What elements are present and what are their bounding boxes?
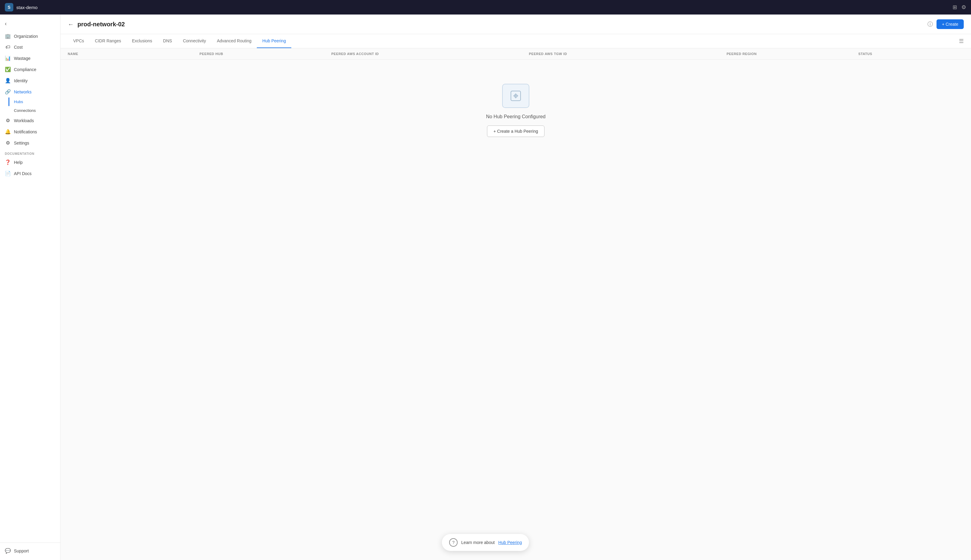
sidebar-item-label: Networks — [14, 90, 32, 94]
topbar-right: ⊞ ⚙ — [953, 4, 966, 11]
support-icon: 💬 — [5, 548, 11, 553]
create-hub-peering-button[interactable]: + Create a Hub Peering — [487, 125, 544, 137]
tab-vpcs[interactable]: VPCs — [68, 34, 90, 48]
table-header: NAME PEERED HUB PEERED AWS ACCOUNT ID PE… — [60, 48, 971, 60]
page-title: prod-network-02 — [77, 21, 125, 28]
sidebar-item-label: Organization — [14, 34, 38, 39]
sidebar-item-wastage[interactable]: 📊 Wastage — [0, 53, 60, 64]
list-view-icon[interactable]: ☰ — [959, 38, 964, 45]
compliance-icon: ✅ — [5, 67, 11, 72]
networks-icon: 🔗 — [5, 89, 11, 95]
sidebar-bottom: 💬 Support — [0, 542, 60, 557]
sidebar-back-button[interactable]: ‹ — [0, 18, 60, 30]
sub-item-label: Hubs — [14, 100, 23, 104]
sidebar-item-api-docs[interactable]: 📄 API Docs — [0, 168, 60, 179]
tab-advanced-routing[interactable]: Advanced Routing — [212, 34, 257, 48]
topbar-left: S stax-demo — [5, 3, 38, 12]
sidebar-sub-item-connections[interactable]: Connections — [0, 106, 60, 115]
col-status: STATUS — [858, 52, 964, 56]
sidebar-item-label: Wastage — [14, 56, 30, 61]
sidebar-item-support[interactable]: 💬 Support — [0, 545, 60, 557]
learn-more-link[interactable]: Hub Peering — [498, 540, 522, 545]
docs-section-label: DOCUMENTATION — [0, 148, 60, 157]
identity-icon: 👤 — [5, 78, 11, 83]
content-header: ← prod-network-02 ⓘ + Create — [60, 15, 971, 34]
col-peered-aws-tgw-id: PEERED AWS TGW ID — [529, 52, 727, 56]
wastage-icon: 📊 — [5, 55, 11, 61]
sidebar-item-label: Cost — [14, 45, 23, 50]
empty-state-icon — [502, 84, 529, 108]
question-icon: ? — [449, 538, 458, 547]
col-peered-hub: PEERED HUB — [200, 52, 332, 56]
sidebar-item-label: Support — [14, 548, 29, 553]
tab-dns[interactable]: DNS — [158, 34, 178, 48]
sidebar-item-label: Notifications — [14, 129, 37, 134]
content-area: ← prod-network-02 ⓘ + Create VPCs CIDR R… — [60, 15, 971, 560]
workloads-icon: ⚙ — [5, 118, 11, 123]
grid-icon[interactable]: ⊞ — [953, 4, 957, 11]
tab-exclusions[interactable]: Exclusions — [127, 34, 158, 48]
create-button[interactable]: + Create — [936, 19, 964, 29]
logo-letter: S — [8, 5, 10, 10]
topbar: S stax-demo ⊞ ⚙ — [0, 0, 971, 15]
tabs-bar: VPCs CIDR Ranges Exclusions DNS Connecti… — [60, 34, 971, 48]
content-header-left: ← prod-network-02 — [68, 21, 125, 28]
sidebar-item-organization[interactable]: 🏢 Organization — [0, 30, 60, 42]
sidebar-sub-item-hubs[interactable]: Hubs — [0, 97, 60, 106]
sidebar-item-label: API Docs — [14, 171, 32, 176]
col-name: NAME — [68, 52, 200, 56]
gear-icon[interactable]: ⚙ — [961, 4, 966, 11]
sidebar-item-identity[interactable]: 👤 Identity — [0, 75, 60, 86]
sidebar-sub-items: Hubs Connections — [0, 97, 60, 115]
sidebar: ‹ 🏢 Organization 🏷 Cost 📊 Wastage ✅ Comp… — [0, 15, 60, 560]
sidebar-item-cost[interactable]: 🏷 Cost — [0, 42, 60, 53]
empty-state-title: No Hub Peering Configured — [486, 114, 546, 120]
sidebar-item-label: Identity — [14, 78, 28, 83]
info-icon[interactable]: ⓘ — [928, 20, 933, 28]
notifications-icon: 🔔 — [5, 129, 11, 135]
sub-item-label: Connections — [14, 108, 36, 113]
sidebar-item-notifications[interactable]: 🔔 Notifications — [0, 126, 60, 137]
content-header-right: ⓘ + Create — [928, 19, 964, 29]
sidebar-item-label: Help — [14, 160, 23, 165]
sidebar-item-compliance[interactable]: ✅ Compliance — [0, 64, 60, 75]
tab-cidr-ranges[interactable]: CIDR Ranges — [90, 34, 127, 48]
main-layout: ‹ 🏢 Organization 🏷 Cost 📊 Wastage ✅ Comp… — [0, 15, 971, 560]
cost-icon: 🏷 — [5, 45, 11, 50]
col-peered-aws-account-id: PEERED AWS ACCOUNT ID — [331, 52, 529, 56]
sidebar-item-networks[interactable]: 🔗 Networks — [0, 86, 60, 97]
learn-more-prefix: Learn more about — [461, 540, 495, 545]
sidebar-item-label: Settings — [14, 141, 29, 145]
settings-icon: ⚙ — [5, 140, 11, 146]
help-icon: ❓ — [5, 159, 11, 165]
sidebar-item-label: Compliance — [14, 67, 36, 72]
app-logo: S — [5, 3, 13, 12]
tab-hub-peering[interactable]: Hub Peering — [257, 34, 291, 48]
api-docs-icon: 📄 — [5, 170, 11, 176]
app-name: stax-demo — [16, 5, 38, 10]
table-container: NAME PEERED HUB PEERED AWS ACCOUNT ID PE… — [60, 48, 971, 560]
tab-connectivity[interactable]: Connectivity — [178, 34, 212, 48]
empty-state: No Hub Peering Configured + Create a Hub… — [60, 60, 971, 161]
back-arrow-button[interactable]: ← — [68, 21, 74, 28]
sidebar-item-help[interactable]: ❓ Help — [0, 157, 60, 168]
learn-more-bar: ? Learn more about Hub Peering — [442, 534, 529, 551]
organization-icon: 🏢 — [5, 33, 11, 39]
sidebar-item-settings[interactable]: ⚙ Settings — [0, 137, 60, 148]
tabs-list: VPCs CIDR Ranges Exclusions DNS Connecti… — [68, 34, 291, 48]
sidebar-item-workloads[interactable]: ⚙ Workloads — [0, 115, 60, 126]
col-peered-region: PEERED REGION — [727, 52, 858, 56]
sidebar-item-label: Workloads — [14, 118, 34, 123]
